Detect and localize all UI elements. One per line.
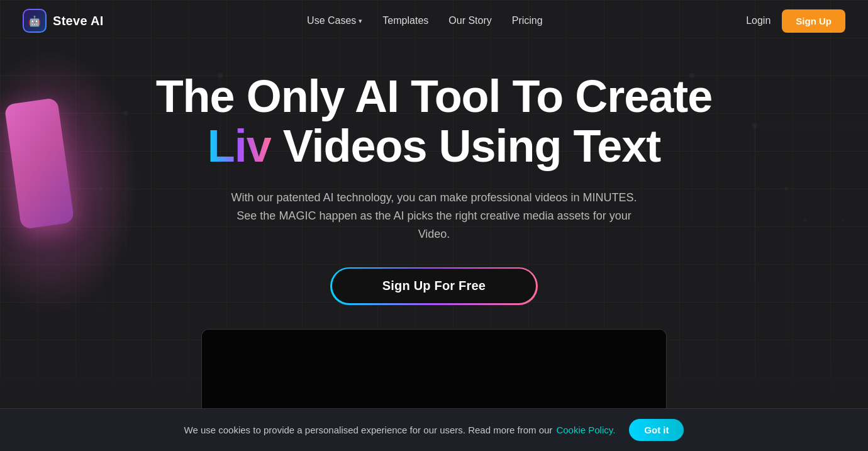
cta-border: Sign Up For Free — [330, 267, 537, 305]
brand-name: Steve AI — [53, 14, 104, 28]
hero-title-line2: Liv Videos Using Text — [151, 121, 717, 171]
logo-icon: 🤖 — [23, 9, 47, 33]
cookie-policy-link[interactable]: Cookie Policy. — [556, 425, 615, 435]
nav-signup-button[interactable]: Sign Up — [782, 9, 845, 33]
hero-section: The Only AI Tool To Create Liv Videos Us… — [0, 42, 868, 430]
hero-highlight-word: Liv — [208, 121, 271, 171]
navbar: 🤖 Steve AI Use Cases Templates Our Story… — [0, 0, 868, 42]
logo-icon-symbol: 🤖 — [28, 15, 41, 27]
nav-pricing[interactable]: Pricing — [512, 15, 543, 26]
hero-subtitle-line2: See the MAGIC happen as the AI picks the… — [220, 207, 648, 243]
nav-actions: Login Sign Up — [746, 9, 845, 33]
signup-free-button[interactable]: Sign Up For Free — [332, 269, 536, 303]
nav-links: Use Cases Templates Our Story Pricing — [307, 15, 543, 26]
cta-wrapper: Sign Up For Free — [0, 267, 868, 305]
logo-area[interactable]: 🤖 Steve AI — [23, 9, 104, 33]
hero-subtitle: With our patented AI technology, you can… — [220, 189, 648, 243]
nav-templates[interactable]: Templates — [382, 15, 428, 26]
cookie-accept-button[interactable]: Got it — [629, 419, 684, 441]
cookie-text: We use cookies to provide a personalised… — [184, 425, 553, 435]
hero-title: The Only AI Tool To Create Liv Videos Us… — [151, 72, 717, 171]
nav-use-cases[interactable]: Use Cases — [307, 15, 362, 26]
login-button[interactable]: Login — [746, 15, 771, 26]
nav-our-story[interactable]: Our Story — [448, 15, 491, 26]
hero-title-line1: The Only AI Tool To Create — [156, 71, 713, 121]
cookie-banner: We use cookies to provide a personalised… — [0, 408, 868, 451]
hero-title-line2-rest: Videos Using Text — [271, 121, 661, 171]
hero-subtitle-line1: With our patented AI technology, you can… — [220, 189, 648, 207]
